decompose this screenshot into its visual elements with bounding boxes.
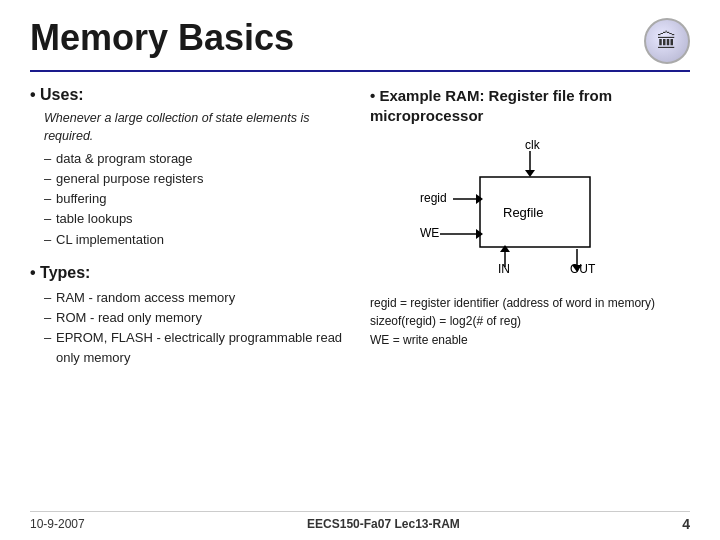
footer-course: EECS150-Fa07 Lec13-RAM <box>307 517 460 531</box>
footer-date: 10-9-2007 <box>30 517 85 531</box>
annotation-line: WE = write enable <box>370 331 690 350</box>
uses-intro: Whenever a large collection of state ele… <box>44 110 350 145</box>
list-item: buffering <box>44 189 350 209</box>
list-item: ROM - read only memory <box>44 308 350 328</box>
list-item: EPROM, FLASH - electrically programmable… <box>44 328 350 368</box>
list-item: RAM - random access memory <box>44 288 350 308</box>
list-item: data & program storage <box>44 149 350 169</box>
we-label: WE <box>420 226 439 240</box>
left-column: • Uses: Whenever a large collection of s… <box>30 86 350 368</box>
main-content: • Uses: Whenever a large collection of s… <box>30 86 690 368</box>
annotation-line: sizeof(regid) = log2(# of reg) <box>370 312 690 331</box>
list-item: general purpose registers <box>44 169 350 189</box>
uses-list: data & program storage general purpose r… <box>44 149 350 250</box>
regid-label: regid <box>420 191 447 205</box>
uses-section-header: • Uses: <box>30 86 350 104</box>
right-column: • Example RAM: Register file from microp… <box>370 86 690 368</box>
regfile-box-label: Regfile <box>503 205 543 220</box>
example-header: • Example RAM: Register file from microp… <box>370 86 690 127</box>
types-section: • Types: RAM - random access memory ROM … <box>30 264 350 369</box>
slide-header: Memory Basics 🏛 <box>30 18 690 72</box>
in-label: IN <box>498 262 510 276</box>
logo-icon: 🏛 <box>644 18 690 64</box>
types-list: RAM - random access memory ROM - read on… <box>44 288 350 369</box>
svg-marker-1 <box>525 170 535 177</box>
list-item: CL implementation <box>44 230 350 250</box>
clk-label: clk <box>525 138 541 152</box>
page-title: Memory Basics <box>30 18 294 58</box>
annotations-block: regid = register identifier (address of … <box>370 294 690 350</box>
regfile-diagram: clk Regfile regid WE IN <box>370 137 630 282</box>
annotation-line: regid = register identifier (address of … <box>370 294 690 313</box>
list-item: table lookups <box>44 209 350 229</box>
slide-container: Memory Basics 🏛 • Uses: Whenever a large… <box>0 0 720 540</box>
types-section-header: • Types: <box>30 264 350 282</box>
out-label: OUT <box>570 262 596 276</box>
slide-footer: 10-9-2007 EECS150-Fa07 Lec13-RAM 4 <box>30 511 690 532</box>
diagram-svg: clk Regfile regid WE IN <box>370 137 630 282</box>
footer-page: 4 <box>682 516 690 532</box>
